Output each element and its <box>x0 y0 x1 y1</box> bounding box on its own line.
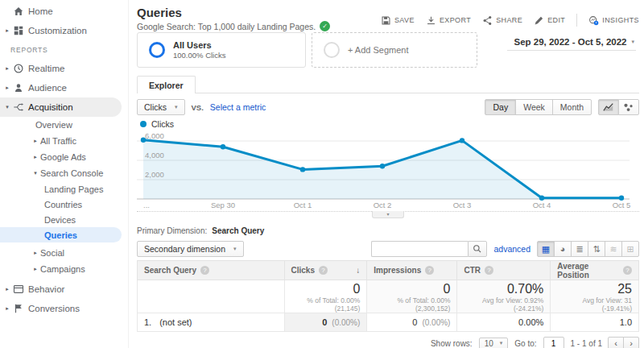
sidebar-item-label: Devices <box>44 215 76 225</box>
expand-icon[interactable]: ▸ <box>2 85 12 91</box>
motion-chart-view-button[interactable] <box>618 99 639 115</box>
sidebar-item-label: Search Console <box>40 168 103 178</box>
avg-position-cell: 1.0 <box>551 313 639 332</box>
segment-all-users[interactable]: All Users 100.00% Clicks <box>137 32 306 68</box>
sidebar-item-label: Realtime <box>28 64 64 73</box>
tab-explorer[interactable]: Explorer <box>137 76 196 93</box>
term-cloud-view-button[interactable]: ≋ <box>605 241 622 257</box>
table-search-input[interactable] <box>371 241 468 257</box>
search-button[interactable] <box>468 241 487 257</box>
add-segment-button[interactable]: + Add Segment <box>312 32 477 68</box>
sidebar-item-all-traffic[interactable]: ▸ All Traffic <box>0 133 128 149</box>
flag-icon <box>12 302 25 315</box>
sidebar-item-acquisition[interactable]: ▾ Acquisition <box>0 97 122 117</box>
expand-icon[interactable]: ▸ <box>2 65 12 72</box>
row-range-label: 1 - 1 of 1 <box>571 339 602 348</box>
secondary-dimension-dropdown[interactable]: Secondary dimension ▾ <box>137 241 244 257</box>
collapse-icon[interactable]: ▾ <box>31 170 40 176</box>
pencil-icon <box>534 15 544 26</box>
segment-title: All Users <box>173 40 225 50</box>
collapse-chart-button[interactable]: ▾ <box>372 211 404 218</box>
acquisition-icon <box>12 101 25 114</box>
svg-text:4,000: 4,000 <box>145 151 164 160</box>
date-range-selector[interactable]: Sep 29, 2022 - Oct 5, 2022 ▾ <box>507 37 636 51</box>
column-header-impressions[interactable]: Impressions? <box>367 261 457 280</box>
svg-text:Oct 3: Oct 3 <box>453 201 472 209</box>
help-icon[interactable]: ? <box>485 266 493 275</box>
granularity-week-button[interactable]: Week <box>515 99 553 115</box>
expand-icon[interactable]: ▸ <box>31 266 40 272</box>
table-row[interactable]: 1.(not set) 0(0.00%) 0(0.00%) 0.00% 1.0 <box>138 313 639 332</box>
help-icon[interactable]: ? <box>623 266 632 275</box>
segments-bar: All Users 100.00% Clicks + Add Segment S… <box>137 32 639 69</box>
sidebar-item-queries[interactable]: Queries <box>0 227 122 242</box>
ctr-cell: 0.00% <box>457 313 551 332</box>
sidebar-item-conversions[interactable]: ▸ Conversions <box>0 299 128 318</box>
queries-table: Search Query? Clicks?↓ Impressions? CTR?… <box>137 260 639 332</box>
sidebar-item-countries[interactable]: Countries <box>0 197 128 212</box>
data-view-button[interactable]: ▦ <box>537 241 555 257</box>
comparison-view-button[interactable]: ⇅ <box>588 241 605 257</box>
sidebar-item-audience[interactable]: ▸ Audience <box>0 78 128 97</box>
advanced-link[interactable]: advanced <box>493 244 530 254</box>
sidebar-item-overview[interactable]: Overview <box>0 117 128 133</box>
sidebar-item-landing-pages[interactable]: Landing Pages <box>0 181 128 197</box>
insights-button[interactable]: INSIGHTS <box>588 15 639 26</box>
sidebar-item-campaigns[interactable]: ▸ Campaigns <box>0 261 128 277</box>
expand-icon[interactable]: ▸ <box>2 305 12 312</box>
sidebar-item-label: All Traffic <box>40 136 76 146</box>
sidebar-item-google-ads[interactable]: ▸ Google Ads <box>0 149 128 165</box>
goto-page-input[interactable] <box>543 337 564 348</box>
pivot-view-button[interactable]: ⊞ <box>621 241 639 257</box>
metric-dropdown[interactable]: Clicks ▾ <box>137 99 185 115</box>
svg-text:Oct 4: Oct 4 <box>533 201 551 209</box>
chart-controls: Clicks ▾ VS. Select a metric Day Week Mo… <box>137 98 639 116</box>
sidebar-item-realtime[interactable]: ▸ Realtime <box>0 59 128 78</box>
sidebar-item-social[interactable]: ▸ Social <box>0 245 128 261</box>
granularity-month-button[interactable]: Month <box>552 99 592 115</box>
column-header-average-position[interactable]: Average Position? <box>551 261 639 280</box>
performance-view-button[interactable]: ≣ <box>571 241 588 257</box>
next-page-button[interactable]: › <box>623 337 639 348</box>
prev-page-button[interactable]: ‹ <box>608 337 624 348</box>
svg-text:Oct 5: Oct 5 <box>613 201 631 209</box>
export-button[interactable]: EXPORT <box>426 15 471 26</box>
help-icon[interactable]: ? <box>200 266 209 275</box>
line-chart-view-button[interactable] <box>598 99 619 115</box>
sidebar-item-search-console[interactable]: ▾ Search Console <box>0 165 128 181</box>
expand-icon[interactable]: ▸ <box>31 250 40 256</box>
svg-text:Sep 30: Sep 30 <box>211 201 235 209</box>
svg-text:Oct 1: Oct 1 <box>294 201 312 209</box>
edit-button[interactable]: EDIT <box>534 15 565 26</box>
expand-icon[interactable]: ▸ <box>31 154 40 160</box>
primary-dimension-search-query[interactable]: Search Query <box>212 226 264 235</box>
series-dot-icon <box>140 121 147 127</box>
show-rows-select[interactable]: 10 ▾ <box>479 338 509 348</box>
goto-label: Go to: <box>514 339 536 348</box>
expand-icon[interactable]: ▸ <box>31 138 40 144</box>
help-icon[interactable]: ? <box>319 266 328 275</box>
sidebar-item-devices[interactable]: Devices <box>0 212 128 227</box>
select-metric-link[interactable]: Select a metric <box>210 102 266 112</box>
column-header-clicks[interactable]: Clicks?↓ <box>284 261 367 280</box>
help-icon[interactable]: ? <box>425 266 434 275</box>
chevron-down-icon: ▾ <box>175 104 178 110</box>
share-button[interactable]: SHARE <box>482 15 522 26</box>
pagination-bar: Show rows: 10 ▾ Go to: 1 - 1 of 1 ‹ › <box>137 336 639 348</box>
sidebar-item-customization[interactable]: ▸ Customization <box>0 21 128 40</box>
clicks-line-chart[interactable]: 2,0004,0006,000...Sep 30Oct 1Oct 2Oct 3O… <box>137 130 630 209</box>
sidebar-item-behavior[interactable]: ▸ Behavior <box>0 280 128 299</box>
share-icon <box>482 15 493 26</box>
series-label: Clicks <box>151 119 174 129</box>
sidebar-item-home[interactable]: Home <box>0 2 128 21</box>
save-button[interactable]: SAVE <box>381 15 415 26</box>
verified-check-icon: ✓ <box>320 21 330 31</box>
column-header-ctr[interactable]: CTR? <box>457 261 551 280</box>
collapse-icon[interactable]: ▾ <box>2 104 12 110</box>
percentage-view-button[interactable]: ◕ <box>554 241 572 257</box>
column-header-search-query[interactable]: Search Query? <box>138 261 285 280</box>
granularity-day-button[interactable]: Day <box>485 99 516 115</box>
expand-icon[interactable]: ▸ <box>2 27 12 34</box>
expand-icon[interactable]: ▸ <box>2 286 12 292</box>
line-chart-icon <box>603 102 614 112</box>
